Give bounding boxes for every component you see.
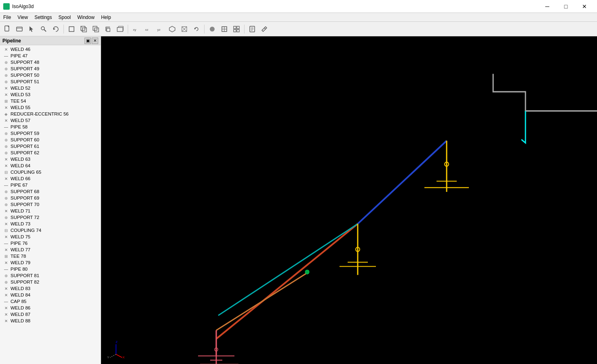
item-icon-53: ✕	[3, 92, 9, 97]
pipeline-item-74[interactable]: ⊟COUPLING 74	[0, 227, 101, 234]
pipeline-item-87[interactable]: ✕WELD 87	[0, 311, 101, 318]
menu-view[interactable]: View	[14, 13, 31, 22]
svg-text:Z: Z	[116, 340, 118, 344]
pipeline-item-71[interactable]: ✕WELD 71	[0, 208, 101, 214]
item-label-85: CAP 85	[11, 299, 26, 304]
menu-spool[interactable]: Spool	[55, 13, 74, 22]
pipeline-item-47[interactable]: —PIPE 47	[0, 53, 101, 59]
item-label-58: PIPE 58	[11, 124, 27, 129]
item-label-79: WELD 79	[11, 260, 30, 265]
toolbar-group[interactable]	[231, 23, 242, 35]
pipeline-item-73[interactable]: ✕WELD 73	[0, 221, 101, 227]
pipeline-item-85[interactable]: —CAP 85	[0, 298, 101, 305]
item-label-52: WELD 52	[11, 86, 30, 90]
item-icon-75: ✕	[3, 234, 9, 240]
svg-text:xy: xy	[133, 28, 136, 32]
pipeline-item-59[interactable]: ⊕SUPPORT 59	[0, 130, 101, 137]
pipeline-item-84[interactable]: ✕WELD 84	[0, 292, 101, 298]
item-icon-79: ✕	[3, 260, 9, 265]
pipeline-item-68[interactable]: ⊕SUPPORT 68	[0, 188, 101, 195]
pipeline-item-80[interactable]: —PIPE 80	[0, 266, 101, 272]
pipeline-item-82[interactable]: ⊕SUPPORT 82	[0, 279, 101, 285]
menu-file[interactable]: File	[0, 13, 14, 22]
main-layout: Pipeline ▣ ✕ ✕WELD 46—PIPE 47⊕SUPPORT 48…	[0, 36, 597, 364]
toolbar-view-front[interactable]: xy	[130, 23, 141, 35]
menu-help[interactable]: Help	[98, 13, 114, 22]
pipeline-item-70[interactable]: ⊕SUPPORT 70	[0, 201, 101, 208]
pipeline-item-66[interactable]: ✕WELD 66	[0, 175, 101, 182]
close-button[interactable]: ✕	[575, 0, 594, 13]
pipeline-list[interactable]: ✕WELD 46—PIPE 47⊕SUPPORT 48⊕SUPPORT 49⊕S…	[0, 45, 101, 364]
toolbar-box5[interactable]	[114, 23, 126, 35]
toolbar-new[interactable]	[2, 23, 13, 35]
pipeline-item-72[interactable]: ⊕SUPPORT 72	[0, 214, 101, 221]
toolbar-search[interactable]	[38, 23, 49, 35]
pipeline-item-86[interactable]: ✕WELD 86	[0, 305, 101, 311]
pipeline-item-60[interactable]: ⊕SUPPORT 60	[0, 137, 101, 143]
pipeline-item-61[interactable]: ⊕SUPPORT 61	[0, 143, 101, 149]
toolbar-solid[interactable]	[207, 23, 218, 35]
pipeline-item-55[interactable]: ✕WELD 55	[0, 104, 101, 111]
menu-window[interactable]: Window	[74, 13, 98, 22]
svg-line-3	[44, 29, 46, 32]
pipeline-item-88[interactable]: ✕WELD 88	[0, 318, 101, 324]
toolbar-refresh[interactable]	[50, 23, 61, 35]
pipeline-item-78[interactable]: ⊞TEE 78	[0, 253, 101, 259]
pipeline-item-54[interactable]: ⊞TEE 54	[0, 98, 101, 104]
viewport[interactable]: Z X Y	[101, 36, 597, 364]
item-icon-62: ⊕	[3, 150, 9, 156]
toolbar-box3[interactable]	[90, 23, 101, 35]
pipeline-item-65[interactable]: ⊟COUPLING 65	[0, 169, 101, 175]
menu-settings[interactable]: Settings	[31, 13, 55, 22]
pipeline-item-63[interactable]: ✕WELD 63	[0, 156, 101, 162]
item-icon-51: ⊕	[3, 79, 9, 84]
item-icon-83: ✕	[3, 286, 9, 291]
toolbar-box4[interactable]	[102, 23, 114, 35]
pipeline-item-64[interactable]: ✕WELD 64	[0, 162, 101, 169]
pipeline-item-81[interactable]: ⊕SUPPORT 81	[0, 272, 101, 279]
pipeline-item-56[interactable]: ◈REDUCER-ECCENTRIC 56	[0, 111, 101, 117]
pipeline-item-58[interactable]: —PIPE 58	[0, 124, 101, 130]
item-label-50: SUPPORT 50	[11, 73, 39, 78]
pipeline-item-75[interactable]: ✕WELD 75	[0, 234, 101, 240]
pipeline-item-52[interactable]: ✕WELD 52	[0, 85, 101, 91]
svg-rect-29	[237, 29, 239, 32]
toolbar-view-side[interactable]: yz	[154, 23, 166, 35]
item-icon-78: ⊞	[3, 253, 9, 259]
toolbar-open[interactable]	[14, 23, 25, 35]
pipeline-item-53[interactable]: ✕WELD 53	[0, 91, 101, 98]
pipeline-item-49[interactable]: ⊕SUPPORT 49	[0, 65, 101, 72]
pipeline-item-79[interactable]: ✕WELD 79	[0, 259, 101, 266]
toolbar-box2[interactable]	[78, 23, 89, 35]
toolbar-wireframe[interactable]	[219, 23, 230, 35]
toolbar-tool[interactable]	[259, 23, 270, 35]
pipeline-item-67[interactable]: —PIPE 67	[0, 182, 101, 188]
item-icon-82: ⊕	[3, 279, 9, 285]
pipeline-item-51[interactable]: ⊕SUPPORT 51	[0, 78, 101, 85]
pipeline-item-62[interactable]: ⊕SUPPORT 62	[0, 149, 101, 156]
pipeline-item-77[interactable]: ✕WELD 77	[0, 246, 101, 253]
pipeline-item-83[interactable]: ✕WELD 83	[0, 285, 101, 292]
panel-float-button[interactable]: ▣	[84, 38, 91, 44]
pipeline-item-50[interactable]: ⊕SUPPORT 50	[0, 72, 101, 78]
item-icon-69: ⊕	[3, 195, 9, 201]
pipeline-item-46[interactable]: ✕WELD 46	[0, 46, 101, 53]
pipeline-item-57[interactable]: ✕WELD 57	[0, 117, 101, 124]
pipeline-item-76[interactable]: —PIPE 76	[0, 240, 101, 246]
item-label-61: SUPPORT 61	[11, 144, 39, 149]
minimize-button[interactable]: ─	[538, 0, 557, 13]
toolbar-view-top[interactable]: xz	[142, 23, 154, 35]
item-label-51: SUPPORT 51	[11, 79, 39, 84]
toolbar-reset-view[interactable]	[191, 23, 202, 35]
item-label-49: SUPPORT 49	[11, 66, 39, 71]
toolbar-box1[interactable]	[66, 23, 77, 35]
toolbar-book[interactable]	[247, 23, 258, 35]
item-label-48: SUPPORT 48	[11, 60, 39, 65]
toolbar-fit-all[interactable]	[179, 23, 190, 35]
toolbar-pointer[interactable]	[26, 23, 37, 35]
toolbar-view-iso[interactable]	[167, 23, 178, 35]
pipeline-item-48[interactable]: ⊕SUPPORT 48	[0, 59, 101, 65]
panel-close-button[interactable]: ✕	[92, 38, 98, 44]
pipeline-item-69[interactable]: ⊕SUPPORT 69	[0, 195, 101, 201]
maximize-button[interactable]: □	[557, 0, 575, 13]
